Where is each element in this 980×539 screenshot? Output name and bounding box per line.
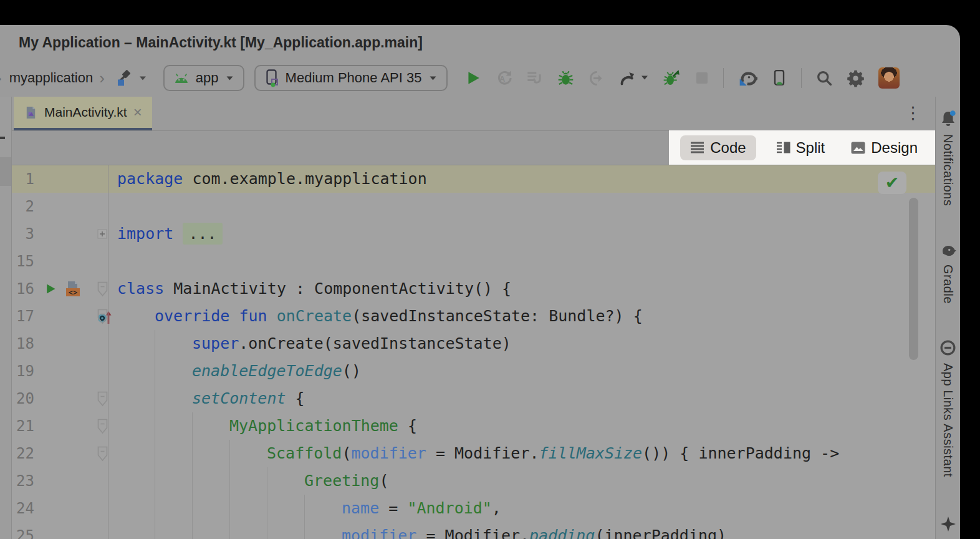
- view-mode-design[interactable]: Design: [845, 135, 924, 160]
- module-selector[interactable]: app: [163, 65, 244, 91]
- code-text[interactable]: name = "Android",: [108, 495, 935, 522]
- indent-guide: [229, 440, 267, 467]
- device-manager-icon[interactable]: [771, 69, 787, 87]
- user-avatar: [878, 67, 900, 89]
- code-text[interactable]: super.onCreate(savedInstanceState): [108, 330, 935, 357]
- code-token: .onCreate(savedInstanceState): [239, 334, 511, 352]
- indent-guide: [155, 330, 192, 357]
- tool-window-button-gradle[interactable]: Gradle: [936, 242, 960, 304]
- code-text[interactable]: setContent {: [108, 385, 935, 412]
- more-options-icon[interactable]: ⋮: [905, 97, 921, 129]
- build-variants-button[interactable]: [115, 69, 147, 87]
- fold-marker[interactable]: [97, 220, 108, 248]
- debug-icon[interactable]: [557, 70, 574, 87]
- line-number: 16: [12, 275, 34, 303]
- fold-marker[interactable]: [97, 385, 108, 412]
- fold-marker: [97, 495, 108, 522]
- left-stripe-mark: [0, 137, 5, 139]
- indent-guide: [304, 522, 342, 539]
- tab-mainactivity[interactable]: MainActivity.kt ×: [14, 97, 152, 130]
- restart-debug-icon[interactable]: [663, 69, 681, 87]
- gutter-icons: [34, 303, 97, 330]
- code-line: 21MyApplicationTheme {: [12, 412, 935, 440]
- run-gutter-icon[interactable]: [44, 283, 57, 295]
- view-mode-code[interactable]: Code: [680, 135, 756, 160]
- gutter-icons: [34, 495, 97, 522]
- stop-icon[interactable]: [694, 70, 709, 85]
- folded-imports-chip[interactable]: ...: [183, 223, 222, 245]
- code-line: 25modifier = Modifier.padding(innerPaddi…: [12, 522, 935, 539]
- fold-marker: [97, 330, 108, 357]
- code-text[interactable]: import ...: [108, 220, 935, 248]
- code-line: 15: [12, 248, 935, 275]
- line-number: 25: [12, 522, 34, 539]
- view-mode-split[interactable]: Split: [770, 135, 832, 160]
- code-token: super: [192, 334, 239, 352]
- code-token: [173, 225, 183, 243]
- gutter-icons: [34, 165, 97, 193]
- code-text[interactable]: Greeting(: [108, 467, 935, 495]
- editor-scrollbar[interactable]: [909, 198, 918, 360]
- fold-marker[interactable]: [97, 440, 108, 467]
- code-text[interactable]: override fun onCreate(savedInstanceState…: [108, 303, 935, 330]
- search-icon[interactable]: [815, 69, 833, 87]
- fold-marker[interactable]: [97, 303, 108, 330]
- indent-guide: [117, 522, 155, 539]
- code-token: MyApplicationTheme: [229, 417, 398, 435]
- code-text[interactable]: MyApplicationTheme {: [108, 412, 935, 440]
- gutter-icons: [34, 193, 97, 220]
- gutter-icons: [34, 467, 97, 495]
- tool-window-button-notifications[interactable]: Notifications: [936, 109, 960, 206]
- code-token: modifier: [351, 444, 426, 462]
- chevron-down-icon: [225, 74, 234, 82]
- gutter-icons: [34, 357, 97, 385]
- settings-icon[interactable]: [847, 69, 865, 87]
- code-text[interactable]: [108, 248, 935, 275]
- line-number: 23: [12, 467, 34, 495]
- chevron-right-icon: ›: [0, 70, 2, 86]
- profiler-icon[interactable]: [618, 70, 649, 87]
- gradle-sync-icon[interactable]: [737, 69, 757, 87]
- code-token: (: [379, 472, 388, 490]
- code-token: Scaffold: [267, 444, 342, 462]
- indent-guide: [192, 440, 229, 467]
- code-editor[interactable]: 1package com.example.myapplication23impo…: [12, 165, 935, 539]
- indent-guide: [267, 467, 304, 495]
- code-line: 2: [12, 193, 935, 220]
- breadcrumb[interactable]: myapplication: [9, 70, 94, 86]
- code-token: fun: [239, 307, 267, 325]
- code-token: import: [117, 225, 173, 243]
- line-number: 3: [12, 220, 34, 248]
- line-number: 2: [12, 193, 34, 220]
- code-token: (: [342, 444, 351, 462]
- code-token: {: [398, 417, 417, 435]
- code-text[interactable]: modifier = Modifier.padding(innerPadding…: [108, 522, 935, 539]
- tab-close-icon[interactable]: ×: [133, 106, 142, 119]
- toolbar-separator: [801, 68, 802, 88]
- app-links-icon: [939, 339, 957, 357]
- indent-guide: [267, 522, 304, 539]
- code-line: 16<>class MainActivity : ComponentActivi…: [12, 275, 935, 303]
- avatar[interactable]: [878, 67, 900, 89]
- compose-deploy-icon[interactable]: <>: [62, 280, 82, 298]
- fold-marker[interactable]: [97, 412, 108, 440]
- code-text[interactable]: enableEdgeToEdge(): [108, 357, 935, 385]
- fold-marker[interactable]: [97, 275, 108, 303]
- inspections-ok-icon[interactable]: ✔: [878, 172, 906, 194]
- run-icon[interactable]: [465, 70, 481, 86]
- tool-window-button-app-links-assistant[interactable]: App Links Assistant: [936, 339, 960, 477]
- tab-title: MainActivity.kt: [44, 105, 127, 120]
- attach-debugger-icon[interactable]: [588, 70, 605, 87]
- code-text[interactable]: [108, 193, 935, 220]
- apply-code-changes-icon[interactable]: [526, 69, 544, 87]
- rerun-icon[interactable]: A: [495, 69, 512, 87]
- code-text[interactable]: class MainActivity : ComponentActivity()…: [108, 275, 935, 303]
- device-selector[interactable]: Medium Phone API 35: [254, 65, 448, 91]
- code-text[interactable]: Scaffold(modifier = Modifier.fillMaxSize…: [108, 440, 935, 467]
- gutter-icons: [34, 522, 97, 539]
- left-stripe-button[interactable]: [0, 157, 11, 186]
- tool-window-label: App Links Assistant: [941, 363, 955, 477]
- sparkle-icon[interactable]: [936, 517, 960, 532]
- code-text[interactable]: package com.example.myapplication: [108, 165, 935, 193]
- code-token: setContent: [192, 389, 286, 407]
